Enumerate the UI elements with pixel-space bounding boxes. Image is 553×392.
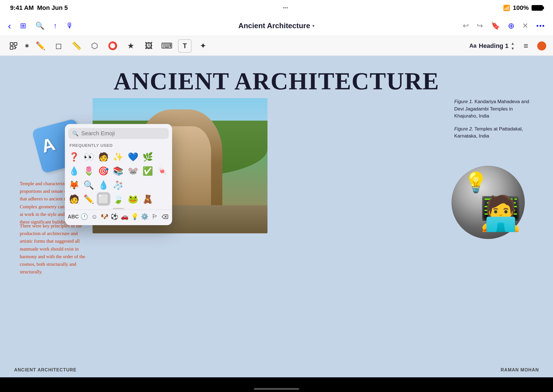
- emoji-cell[interactable]: ✅: [141, 164, 154, 178]
- date-display: Mon Jun 5: [37, 4, 68, 12]
- emoji-cell[interactable]: 🍬: [156, 164, 169, 178]
- align-tool[interactable]: ≡: [519, 39, 533, 53]
- emoji-search-bar[interactable]: 🔍: [68, 128, 169, 139]
- time-display: 9:41 AM: [10, 4, 34, 12]
- document-footer: ANCIENT ARCHITECTURE RAMAN MOHAN: [0, 363, 553, 377]
- search-button[interactable]: 🔍: [35, 21, 44, 30]
- emoji-recent-button[interactable]: 🕐: [80, 212, 89, 222]
- status-bar: 9:41 AM Mon Jun 5 ••• 📶 100%: [0, 0, 553, 16]
- emoji-cell[interactable]: [126, 178, 140, 192]
- emoji-cell[interactable]: 🍃: [111, 192, 125, 206]
- emoji-activities-button[interactable]: ⚽: [110, 212, 119, 222]
- toolbar: ✱ ✏️ ◻ 📏 ⬡ ⭕ ★ 🖼 ⌨ T ✦ Aa Heading 1 ▲ ▼ …: [0, 36, 553, 56]
- emoji-symbols-button[interactable]: ⚙️: [140, 212, 149, 222]
- more-options-button[interactable]: •••: [536, 22, 545, 30]
- emoji-abc-button[interactable]: ABC: [68, 212, 79, 222]
- eraser-tool[interactable]: ◻: [52, 39, 65, 53]
- emoji-cell[interactable]: 🌿: [141, 150, 154, 163]
- emoji-cell[interactable]: ❓: [67, 150, 81, 163]
- emoji-objects-button[interactable]: 💡: [130, 212, 139, 222]
- effects-tool[interactable]: ✦: [196, 39, 210, 53]
- wifi-icon: 📶: [503, 5, 510, 11]
- svg-rect-0: [10, 43, 13, 45]
- back-button[interactable]: ‹: [8, 20, 11, 31]
- emoji-cell[interactable]: 🌷: [82, 164, 95, 178]
- image-tool[interactable]: 🖼: [142, 39, 155, 53]
- emoji-picker: 🔍 FREQUENTLY USED ❓ 👀 🧑 ✨ 💙 🌿 💧 🌷 🎯 📚 🐭 …: [65, 124, 172, 225]
- emoji-grid: ❓ 👀 🧑 ✨ 💙 🌿 💧 🌷 🎯 📚 🐭 ✅ 🍬 🦊 🔍 💧 🧦 🧑 ✏️ ⬜…: [65, 149, 172, 207]
- emoji-cell[interactable]: 🧑: [67, 192, 81, 206]
- document-title-text: ANCIENT ARCHITECTURE: [8, 61, 545, 98]
- emoji-cell[interactable]: 🐸: [126, 192, 140, 206]
- emoji-search-input[interactable]: [81, 130, 165, 137]
- emoji-cell[interactable]: 🧦: [111, 178, 125, 192]
- more-dots-status: •••: [283, 5, 288, 11]
- emoji-cell[interactable]: 👀: [82, 150, 95, 163]
- lasso-tool[interactable]: ⬡: [88, 39, 101, 53]
- mic-button[interactable]: 🎙: [66, 21, 73, 30]
- grid-view-button[interactable]: ⊞: [20, 21, 26, 30]
- ruler-tool[interactable]: 📏: [70, 39, 83, 53]
- emoji-flags-button[interactable]: 🏳: [150, 212, 159, 222]
- bookmark-button[interactable]: 🔖: [491, 21, 500, 30]
- emoji-cell[interactable]: 💙: [126, 150, 140, 163]
- footer-right-text: RAMAN MOHAN: [501, 367, 539, 373]
- emoji-cell[interactable]: [141, 178, 154, 192]
- emoji-smileys-button[interactable]: ☺: [90, 212, 99, 222]
- emoji-cell[interactable]: ✨: [111, 150, 125, 163]
- emoji-travel-button[interactable]: 🚗: [120, 212, 129, 222]
- emoji-cell[interactable]: [156, 178, 169, 192]
- share-button[interactable]: ↑: [53, 21, 57, 30]
- lightbulb-emoji: 💡: [464, 171, 488, 194]
- emoji-cell[interactable]: [156, 192, 169, 206]
- emoji-cell[interactable]: 💧: [97, 178, 110, 192]
- handwritten-text-2: There were key principles of the product…: [20, 222, 90, 276]
- emoji-search-icon: 🔍: [72, 130, 78, 137]
- emoji-cell[interactable]: 📚: [111, 164, 125, 178]
- heading-label: Heading 1: [479, 42, 508, 50]
- emoji-cell-selected[interactable]: ⬜: [97, 192, 110, 206]
- text-tool[interactable]: T: [178, 39, 192, 53]
- redo-button[interactable]: ↪: [477, 21, 483, 30]
- undo-button[interactable]: ↩: [463, 21, 469, 30]
- heading-style-picker[interactable]: Aa Heading 1 ▲ ▼: [469, 41, 515, 51]
- figure-captions: Figure 1. Kandariya Mahadeva and Devi Ja…: [454, 98, 533, 145]
- title-chevron-icon[interactable]: ▾: [312, 23, 315, 28]
- star-tool[interactable]: ★: [124, 39, 137, 53]
- footer-left-text: ANCIENT ARCHITECTURE: [14, 367, 76, 373]
- battery-percent: 100%: [513, 4, 529, 12]
- home-indicator: [254, 388, 299, 390]
- figure2-label: Figure 2.: [454, 126, 473, 132]
- font-label: Aa: [469, 43, 477, 49]
- emoji-cell[interactable]: 🦊: [67, 178, 81, 192]
- bluetooth-icon: ✱: [25, 43, 29, 49]
- emoji-section-title: FREQUENTLY USED: [65, 141, 172, 149]
- color-picker[interactable]: [537, 41, 546, 50]
- nav-bar: ‹ ⊞ 🔍 ↑ 🎙 Ancient Architecture ▾ ↩ ↪ 🔖 ⊕…: [0, 16, 553, 36]
- keyboard-tool[interactable]: ⌨: [160, 39, 174, 53]
- emoji-delete-button[interactable]: [160, 212, 169, 222]
- emoji-cell[interactable]: ✏️: [82, 192, 95, 206]
- pencil-tool[interactable]: ✏️: [34, 39, 47, 53]
- memoji-boy-sticker: 🧑‍💻: [480, 194, 522, 233]
- svg-rect-1: [14, 43, 17, 45]
- emoji-scroll-indicator: [65, 208, 172, 209]
- emoji-cell[interactable]: [156, 150, 169, 163]
- emoji-cell[interactable]: 🔍: [82, 178, 95, 192]
- emoji-bottom-bar: ABC 🕐 ☺ 🐶 ⚽ 🚗 💡 ⚙️ 🏳: [65, 210, 172, 223]
- emoji-cell[interactable]: 🧸: [141, 192, 154, 206]
- emoji-cell[interactable]: 🎯: [97, 164, 110, 178]
- figure1-label: Figure 1.: [454, 99, 473, 104]
- close-button[interactable]: ✕: [522, 21, 528, 30]
- emoji-animals-button[interactable]: 🐶: [100, 212, 109, 222]
- emoji-cell[interactable]: 🧑: [97, 150, 110, 163]
- shape-tool[interactable]: ⭕: [106, 39, 119, 53]
- heading-arrows[interactable]: ▲ ▼: [511, 41, 515, 51]
- emoji-cell[interactable]: 💧: [67, 164, 81, 178]
- document-title: Ancient Architecture: [238, 21, 310, 30]
- add-page-button[interactable]: ⊕: [508, 21, 514, 30]
- battery-icon: [532, 5, 543, 11]
- emoji-cell[interactable]: 🐭: [126, 164, 140, 178]
- svg-rect-2: [10, 46, 13, 49]
- toolbar-scan-icon[interactable]: [7, 39, 20, 53]
